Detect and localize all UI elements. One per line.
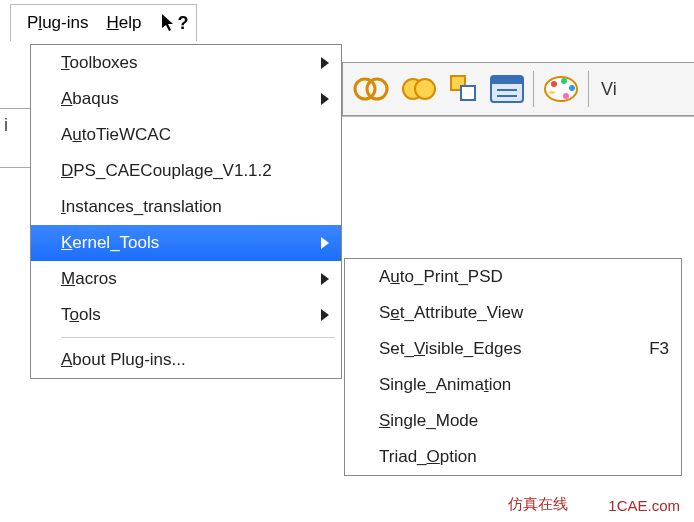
left-dock-label: i — [4, 115, 8, 135]
svg-rect-7 — [491, 76, 523, 84]
submenu-arrow-icon — [321, 309, 329, 321]
toolbar: Vi — [342, 62, 694, 116]
toolbar-vi-label[interactable]: Vi — [601, 79, 617, 100]
properties-panel-icon[interactable] — [489, 74, 525, 104]
menu-item-dps-caecouplage[interactable]: DPS_CAECouplage_V1.1.2 — [31, 153, 341, 189]
svg-point-14 — [563, 93, 569, 99]
cursor-icon — [161, 13, 175, 33]
menu-item-toolboxes[interactable]: Toolboxes — [31, 45, 341, 81]
color-palette-icon[interactable] — [542, 74, 580, 104]
plugins-menu: Toolboxes Abaqus AutoTieWCAC DPS_CAECoup… — [30, 44, 342, 379]
menu-item-abaqus[interactable]: Abaqus — [31, 81, 341, 117]
menu-help-post: elp — [119, 13, 142, 32]
submenu-item-set-attribute-view[interactable]: Set_Attribute_View — [345, 295, 681, 331]
menu-help-u: H — [106, 13, 118, 32]
kernel-tools-submenu: Auto_Print_PSD Set_Attribute_View Set_Vi… — [344, 258, 682, 476]
watermark-text-site: 1CAE.com — [608, 497, 680, 514]
menu-item-instances-translation[interactable]: Instances_translation — [31, 189, 341, 225]
menu-item-macros[interactable]: Macros — [31, 261, 341, 297]
svg-point-1 — [367, 79, 387, 99]
svg-rect-5 — [461, 86, 475, 100]
accelerator-key: F3 — [649, 339, 669, 359]
svg-point-12 — [561, 78, 567, 84]
submenu-item-set-visible-edges[interactable]: Set_Visible_Edges F3 — [345, 331, 681, 367]
toolbar-separator — [533, 71, 534, 107]
submenu-item-single-animation[interactable]: Single_Animation — [345, 367, 681, 403]
svg-point-11 — [551, 81, 557, 87]
venn-outline-icon[interactable] — [351, 75, 391, 103]
submenu-arrow-icon — [321, 273, 329, 285]
submenu-arrow-icon — [321, 237, 329, 249]
svg-point-13 — [569, 85, 575, 91]
submenu-arrow-icon — [321, 57, 329, 69]
left-dock: i — [0, 108, 30, 168]
submenu-item-triad-option[interactable]: Triad_Option — [345, 439, 681, 475]
shape-partition-icon[interactable] — [447, 74, 481, 104]
menu-separator — [61, 337, 335, 338]
menu-plugins[interactable]: Plug-ins — [19, 11, 96, 35]
toolbar-separator-2 — [588, 71, 589, 107]
menu-item-tools[interactable]: Tools — [31, 297, 341, 333]
menubar: Plug-ins Help ? — [10, 4, 197, 41]
menu-help[interactable]: Help — [98, 11, 149, 35]
question-icon: ? — [177, 13, 188, 34]
toolbar-bottom-border — [342, 116, 694, 117]
submenu-arrow-icon — [321, 93, 329, 105]
submenu-item-auto-print-psd[interactable]: Auto_Print_PSD — [345, 259, 681, 295]
svg-point-3 — [415, 79, 435, 99]
venn-filled-icon[interactable] — [399, 75, 439, 103]
context-help-button[interactable]: ? — [161, 13, 188, 34]
submenu-item-single-mode[interactable]: Single_Mode — [345, 403, 681, 439]
watermark-text-cn: 仿真在线 — [508, 495, 568, 514]
menu-plugins-pre: P — [27, 13, 38, 32]
menu-item-kernel-tools[interactable]: Kernel_Tools — [31, 225, 341, 261]
menu-item-about-plugins[interactable]: About Plug-ins... — [31, 342, 341, 378]
menu-plugins-post: ug-ins — [42, 13, 88, 32]
menu-item-autotiewcac[interactable]: AutoTieWCAC — [31, 117, 341, 153]
